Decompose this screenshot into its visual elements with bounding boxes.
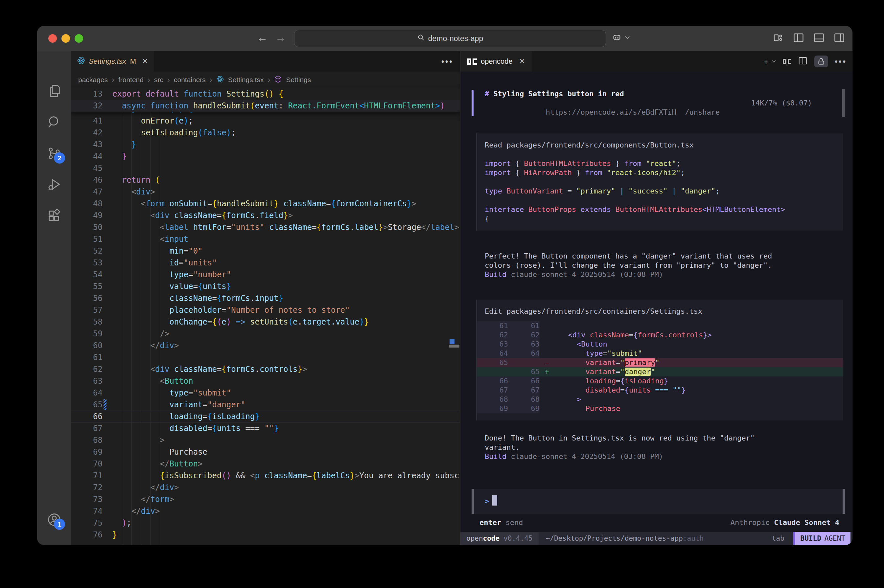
text-cursor	[492, 495, 497, 506]
customize-layout-icon[interactable]	[772, 32, 784, 44]
read-code-line: type ButtonVariant = "primary" | "succes…	[477, 187, 843, 196]
panel-tab-bar: opencode ✕ ＋ •••	[461, 51, 852, 72]
breadcrumb-item[interactable]: Settings	[286, 76, 311, 84]
panel-more-icon[interactable]: •••	[835, 57, 846, 67]
read-code-line: interface ButtonProps extends ButtonHTML…	[477, 205, 843, 214]
code-area[interactable]: 40 } catch (e) {41 onError(e);42 setIsLo…	[71, 112, 460, 545]
breadcrumb-sep-icon: ›	[210, 75, 212, 84]
diff-row-ctx: 6161	[477, 321, 843, 330]
opencode-terminal-profile-icon[interactable]	[783, 59, 791, 64]
code-line: 64 type="submit"	[71, 387, 460, 399]
toggle-panel-icon[interactable]	[813, 32, 825, 44]
chevron-down-icon	[771, 60, 776, 63]
prompt-char: >	[485, 497, 489, 505]
scrollbar-thumb[interactable]	[449, 345, 459, 348]
settings-gear-icon[interactable]: ⚙	[47, 543, 62, 545]
source-control-icon[interactable]: 2	[47, 146, 62, 161]
code-line: 41 onError(e);	[71, 115, 460, 127]
tab-key-hint: tab	[772, 534, 785, 542]
opencode-terminal[interactable]: # Styling Settings button in red https:/…	[461, 72, 852, 545]
breadcrumb-sep-icon: ›	[147, 75, 150, 84]
command-center-search[interactable]: demo-notes-app	[294, 30, 606, 47]
session-accent-bar	[471, 90, 474, 116]
minimize-window-button[interactable]	[62, 34, 70, 43]
enter-key-hint: enter	[479, 518, 501, 526]
code-line: 53 id="units"	[71, 257, 460, 269]
sticky-scroll: 13export default function Settings() {32…	[71, 88, 460, 112]
token-usage: 14K/7% ($0.07)	[751, 99, 812, 108]
terminal-scrollbar-thumb[interactable]	[842, 89, 845, 117]
code-line: 50 <label htmlFor="units" className={for…	[71, 221, 460, 233]
diff-row-ctx: 6767 disabled={units === ""}	[477, 386, 843, 395]
message-line: colors (rose). I'll change the variant f…	[485, 261, 852, 270]
accounts-icon[interactable]: 1	[47, 512, 62, 527]
code-line: 56 className={formCs.input}	[71, 292, 460, 304]
tab-settings-tsx[interactable]: Settings.tsx M ✕	[71, 51, 154, 72]
code-line: 74 </div>	[71, 505, 460, 517]
plus-icon: ＋	[762, 56, 770, 68]
unshare-command[interactable]: /unshare	[676, 108, 720, 116]
model-label[interactable]: Claude Sonnet 4	[774, 518, 839, 526]
breadcrumb-item[interactable]: Settings.tsx	[228, 76, 264, 84]
agent-separator-bar	[793, 532, 795, 545]
app-version: v0.4.45	[503, 534, 533, 542]
diff-row-ctx: 6363 <Button	[477, 340, 843, 349]
code-line: 47 <div>	[71, 186, 460, 198]
tab-git-status: M	[130, 57, 136, 66]
toggle-secondary-sidebar-icon[interactable]	[833, 32, 845, 44]
agent-badge[interactable]: BUILDAGENT	[795, 532, 851, 545]
build-meta: claude-sonnet-4-20250514 (03:08 PM)	[506, 270, 663, 279]
diff-view: 61616262 <div className={formCs.controls…	[477, 321, 843, 413]
explorer-icon[interactable]	[47, 83, 62, 99]
code-line: 62 <div className={formCs.controls}>	[71, 363, 460, 375]
forward-icon[interactable]: →	[275, 31, 286, 44]
share-url[interactable]: https://opencode.ai/s/eBdFXTiH	[546, 108, 676, 116]
code-line: 69 Purchase	[71, 446, 460, 458]
code-line: 58 onChange={(e) => setUnits(e.target.va…	[71, 316, 460, 328]
diff-row-ctx: 6969 Purchase	[477, 404, 843, 413]
diff-row-ctx: 6464 type="submit"	[477, 349, 843, 358]
tab-opencode[interactable]: opencode ✕	[461, 51, 532, 72]
app-window: ← → demo-notes-app	[37, 26, 853, 545]
breadcrumb-item[interactable]: containers	[174, 76, 206, 84]
prompt-left-bar	[471, 489, 474, 514]
session-title: Styling Settings button in red	[494, 90, 624, 98]
code-line: 55 value={units}	[71, 280, 460, 292]
panel-tab-close-icon[interactable]: ✕	[519, 57, 525, 66]
editor-actions-more-icon[interactable]: •••	[441, 51, 453, 72]
code-line: 63 <Button	[71, 375, 460, 387]
breadcrumb-item[interactable]: src	[154, 76, 163, 84]
copilot-menu[interactable]	[612, 33, 630, 42]
code-line: 61	[71, 351, 460, 363]
code-line: 67 disabled={units === ""}	[71, 423, 460, 434]
lock-terminal-icon[interactable]	[814, 56, 828, 68]
search-sidebar-icon[interactable]	[47, 115, 62, 130]
close-window-button[interactable]	[48, 34, 57, 43]
toggle-primary-sidebar-icon[interactable]	[792, 32, 804, 44]
breadcrumb-item[interactable]: packages	[78, 76, 108, 84]
extensions-icon[interactable]	[47, 208, 62, 224]
code-line: 66 loading={isLoading}	[71, 411, 460, 423]
breadcrumb-item[interactable]: frontend	[118, 76, 144, 84]
edit-tool-block: Edit packages/frontend/src/containers/Se…	[477, 300, 843, 420]
prompt-scrollbar-thumb[interactable]	[843, 489, 845, 514]
split-terminal-icon[interactable]	[798, 56, 808, 67]
new-terminal-button[interactable]: ＋	[762, 56, 776, 68]
title-bar: ← → demo-notes-app	[37, 26, 852, 51]
prompt-input[interactable]: >	[471, 489, 845, 514]
accounts-badge: 1	[54, 519, 65, 530]
run-debug-icon[interactable]	[47, 177, 62, 192]
tab-close-icon[interactable]: ✕	[142, 57, 148, 66]
back-icon[interactable]: ←	[257, 31, 268, 44]
read-code-line	[477, 177, 843, 187]
opencode-logo-icon	[467, 58, 477, 65]
provider-label: Anthropic	[731, 518, 774, 526]
read-code-line: {	[477, 214, 843, 224]
code-line: 32 async function handleSubmit(event: Re…	[71, 100, 460, 112]
tab-label: Settings.tsx	[89, 57, 126, 66]
prompt-hints: enter send Anthropic Claude Sonnet 4	[479, 518, 839, 526]
zoom-window-button[interactable]	[75, 34, 83, 43]
gutter-modified-icon	[102, 399, 108, 411]
code-line: 70 </Button>	[71, 458, 460, 470]
code-line: 57 placeholder="Number of notes to store…	[71, 304, 460, 316]
